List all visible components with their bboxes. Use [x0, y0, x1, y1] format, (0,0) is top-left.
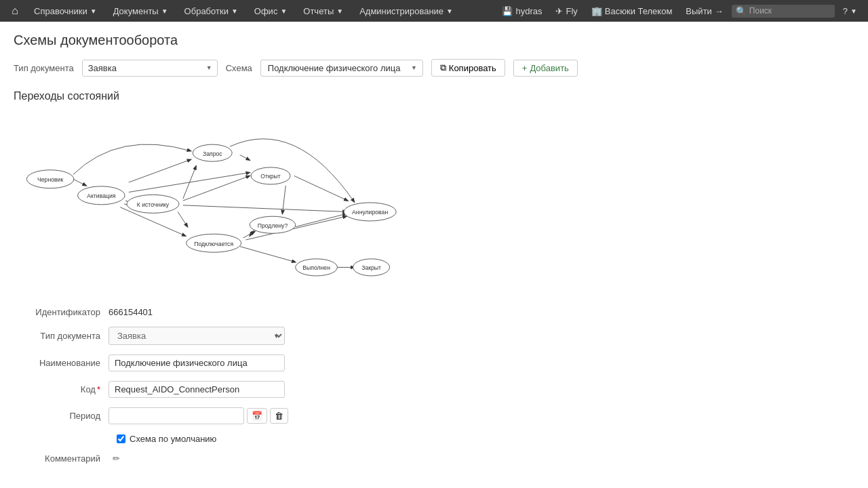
form-period-label: Период: [14, 411, 108, 421]
svg-line-0: [73, 179, 86, 186]
id-value: 666154401: [108, 307, 153, 317]
svg-text:Активация: Активация: [87, 192, 116, 199]
nav-hydras[interactable]: 💾 hydras: [496, 0, 547, 22]
trash-icon: 🗑: [275, 411, 283, 421]
nav-item-references[interactable]: Справочники ▼: [27, 0, 104, 22]
nav-logout[interactable]: Выйти →: [680, 0, 729, 22]
search-input[interactable]: [749, 6, 831, 16]
state-diagram: Черновик Активация Запрос Открыт К источ…: [14, 110, 420, 293]
nav-item-documents[interactable]: Документы ▼: [106, 0, 175, 22]
svg-line-4: [294, 176, 348, 201]
page-content: Схемы документооборота Тип документа Зая…: [0, 22, 868, 484]
form-doc-type-select-wrapper: Заявка: [108, 327, 285, 345]
svg-text:К источнику: К источнику: [137, 201, 170, 208]
calendar-icon: 📅: [252, 411, 262, 421]
schema-select-button[interactable]: Подключение физического лица: [260, 60, 423, 77]
chevron-down-icon: ▼: [336, 7, 343, 15]
svg-line-12: [240, 247, 296, 262]
svg-text:Подключается: Подключается: [194, 241, 233, 247]
home-button[interactable]: ⌂: [5, 1, 24, 20]
copy-button[interactable]: ⧉ Копировать: [431, 59, 505, 77]
nav-item-reports[interactable]: Отчеты ▼: [296, 0, 350, 22]
svg-text:Запрос: Запрос: [203, 150, 222, 157]
chevron-down-icon: ▼: [90, 7, 97, 15]
search-box[interactable]: 🔍: [732, 5, 835, 18]
navbar-right: 💾 hydras ✈ Fly 🏢 Васюки Телеком Выйти → …: [496, 0, 863, 22]
chevron-down-icon: ▼: [280, 7, 287, 15]
svg-line-11: [296, 214, 347, 226]
form-row-comment: Комментарий ✏: [14, 453, 854, 464]
form-name-label: Наименование: [14, 358, 108, 368]
plane-icon: ✈: [555, 6, 563, 16]
form-code-label: Код: [14, 384, 108, 394]
form-row-period: Период 📅 🗑: [14, 407, 854, 424]
search-icon: 🔍: [736, 6, 747, 16]
add-button[interactable]: + Добавить: [513, 60, 578, 77]
nav-item-processing[interactable]: Обработки ▼: [178, 0, 245, 22]
chevron-down-icon: ▼: [850, 7, 857, 15]
svg-line-7: [183, 205, 347, 212]
svg-text:Выполнен: Выполнен: [302, 264, 330, 271]
svg-text:Открыт: Открыт: [260, 173, 281, 180]
doc-type-select-wrapper: Заявка: [82, 60, 218, 77]
navbar: ⌂ Справочники ▼ Документы ▼ Обработки ▼ …: [0, 0, 868, 22]
form-code-input[interactable]: [108, 381, 285, 398]
chevron-down-icon: ▼: [161, 7, 168, 15]
chevron-down-icon: ▼: [231, 7, 238, 15]
svg-line-17: [183, 176, 250, 201]
id-label: Идентификатор: [14, 307, 108, 317]
nav-help[interactable]: ? ▼: [837, 0, 863, 22]
svg-line-1: [129, 159, 191, 182]
section-title-transitions: Переходы состояний: [14, 90, 854, 102]
nav-fly[interactable]: ✈ Fly: [550, 0, 583, 22]
svg-text:Закрыт: Закрыт: [361, 264, 381, 271]
default-schema-label: Схема по умолчанию: [130, 434, 216, 444]
svg-line-3: [240, 155, 250, 161]
form-row-code: Код: [14, 381, 854, 398]
form-name-input[interactable]: [108, 354, 285, 371]
doc-type-select[interactable]: Заявка: [82, 60, 218, 77]
toolbar: Тип документа Заявка Схема Подключение ф…: [14, 59, 854, 77]
company-icon: 🏢: [591, 6, 602, 16]
default-schema-checkbox[interactable]: [117, 434, 125, 443]
svg-line-13: [243, 231, 255, 238]
help-icon: ?: [843, 6, 848, 16]
form-row-name: Наименование: [14, 354, 854, 371]
chevron-down-icon: ▼: [446, 7, 453, 15]
period-row: 📅 🗑: [108, 407, 288, 424]
svg-text:Продлену?: Продлену?: [258, 222, 288, 229]
form-doc-type-select[interactable]: Заявка: [108, 327, 285, 345]
svg-line-8: [178, 211, 187, 226]
logout-icon: →: [715, 6, 724, 16]
diagram-svg: Черновик Активация Запрос Открыт К источ…: [14, 110, 420, 293]
schema-label: Схема: [226, 63, 252, 73]
clear-date-button[interactable]: 🗑: [270, 408, 288, 424]
plus-icon: +: [522, 63, 528, 73]
nav-item-office[interactable]: Офис ▼: [248, 0, 294, 22]
form-section: Идентификатор 666154401 Тип документа За…: [14, 307, 854, 464]
svg-text:Черновик: Черновик: [37, 176, 63, 183]
nav-company[interactable]: 🏢 Васюки Телеком: [586, 0, 678, 22]
edit-comment-icon[interactable]: ✏: [113, 453, 120, 464]
calendar-button[interactable]: 📅: [247, 408, 267, 424]
db-icon: 💾: [502, 6, 513, 16]
schema-select-wrapper: Подключение физического лица: [260, 60, 423, 77]
form-period-input[interactable]: [108, 407, 244, 424]
page-title: Схемы документооборота: [14, 33, 854, 48]
doc-type-label: Тип документа: [14, 63, 74, 73]
form-doc-type-label: Тип документа: [14, 331, 108, 341]
svg-text:Аннулирован: Аннулирован: [352, 209, 388, 216]
form-comment-label: Комментарий: [14, 453, 108, 464]
copy-icon: ⧉: [440, 62, 446, 73]
default-schema-row: Схема по умолчанию: [117, 434, 854, 444]
nav-item-admin[interactable]: Администрирование ▼: [353, 0, 460, 22]
form-row-doc-type: Тип документа Заявка: [14, 327, 854, 345]
form-row-id: Идентификатор 666154401: [14, 307, 854, 317]
